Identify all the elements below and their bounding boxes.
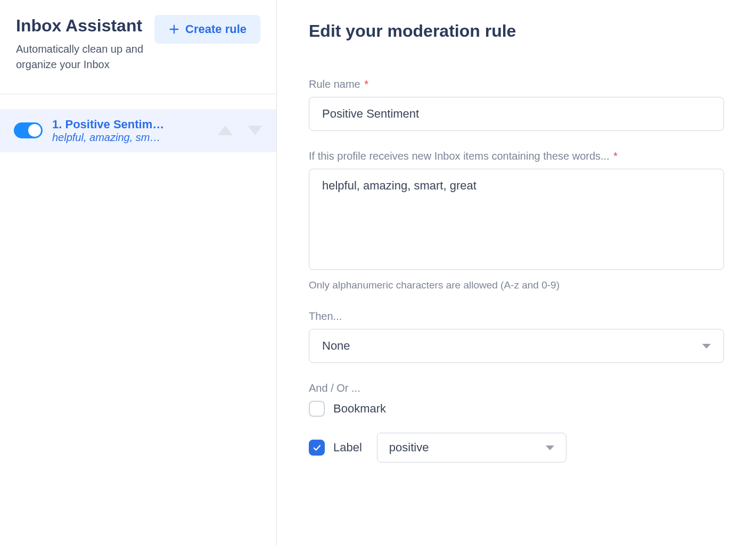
then-select-value: None: [322, 339, 350, 353]
toggle-knob: [28, 124, 41, 137]
andor-group: And / Or ... Bookmark Label positive: [309, 382, 724, 463]
then-group: Then... None: [309, 310, 724, 363]
rule-list: 1. Positive Sentim… helpful, amazing, sm…: [0, 109, 276, 152]
bookmark-checkbox[interactable]: [309, 401, 325, 417]
sidebar-header: Inbox Assistant Automatically clean up a…: [0, 0, 276, 94]
page-title: Edit your moderation rule: [309, 21, 724, 41]
bookmark-row: Bookmark: [309, 401, 724, 417]
label-select[interactable]: positive: [377, 433, 567, 463]
words-group: If this profile receives new Inbox items…: [309, 150, 724, 291]
rule-name-input[interactable]: [309, 97, 724, 131]
rule-toggle[interactable]: [14, 122, 43, 138]
then-select[interactable]: None: [309, 329, 724, 363]
label-checkbox[interactable]: [309, 440, 325, 456]
rule-item[interactable]: 1. Positive Sentim… helpful, amazing, sm…: [0, 109, 276, 152]
label-label: Label: [333, 441, 362, 455]
sidebar-subtitle: Automatically clean up and organize your…: [16, 42, 144, 72]
rule-name-label: Rule name *: [309, 78, 724, 90]
andor-label: And / Or ...: [309, 382, 724, 394]
required-asterisk: *: [361, 78, 368, 90]
rule-preview: helpful, amazing, sm…: [52, 131, 208, 144]
create-rule-label: Create rule: [185, 22, 246, 36]
create-rule-button[interactable]: Create rule: [154, 15, 260, 44]
triangle-up-icon[interactable]: [218, 126, 233, 135]
sidebar: Inbox Assistant Automatically clean up a…: [0, 0, 277, 545]
rule-title: 1. Positive Sentim…: [52, 118, 208, 131]
required-asterisk: *: [611, 150, 618, 162]
words-label: If this profile receives new Inbox items…: [309, 150, 724, 162]
label-select-value: positive: [389, 441, 429, 455]
then-label: Then...: [309, 310, 724, 323]
main-panel: Edit your moderation rule Rule name * If…: [277, 0, 756, 545]
sidebar-title-block: Inbox Assistant Automatically clean up a…: [16, 15, 144, 72]
label-row: Label positive: [309, 433, 724, 463]
bookmark-label: Bookmark: [333, 402, 386, 416]
chevron-down-icon: [546, 445, 554, 450]
rule-reorder-controls: [218, 126, 262, 135]
words-textarea[interactable]: [309, 169, 724, 270]
words-helper: Only alphanumeric characters are allowed…: [309, 279, 724, 291]
divider: [0, 94, 276, 94]
rule-text: 1. Positive Sentim… helpful, amazing, sm…: [52, 118, 208, 144]
check-icon: [312, 443, 322, 452]
chevron-down-icon: [702, 344, 711, 349]
triangle-down-icon[interactable]: [248, 126, 262, 135]
sidebar-title: Inbox Assistant: [16, 15, 144, 37]
rule-name-group: Rule name *: [309, 78, 724, 131]
plus-icon: [168, 23, 180, 35]
